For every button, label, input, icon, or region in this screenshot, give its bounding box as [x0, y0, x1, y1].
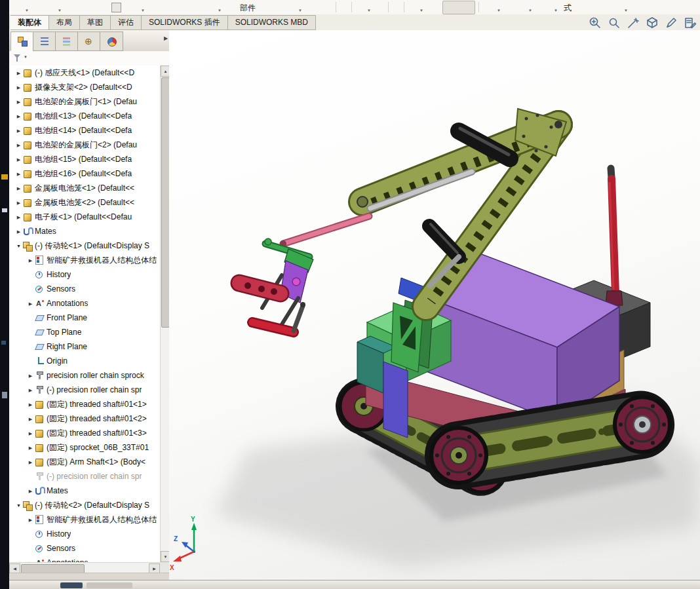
tree-item[interactable]: 电池组<16> (Default<<Defa [9, 166, 160, 181]
tree-item[interactable]: Sensors [9, 541, 160, 556]
commandmanager-tab[interactable]: 评估 [111, 15, 142, 30]
expander-icon[interactable] [26, 426, 35, 440]
expander-icon[interactable] [14, 498, 23, 512]
expander-icon[interactable] [26, 484, 35, 498]
indigo-front-panel[interactable] [383, 362, 408, 438]
featuremanager-tree-tab[interactable] [10, 31, 34, 51]
magnifier-plus-icon[interactable] [589, 16, 602, 29]
tree-item[interactable]: 电池组<14> (Default<<Defa [9, 123, 160, 138]
expander-icon[interactable] [26, 440, 35, 455]
tree-item[interactable]: (-) 感应天线<1> (Default<<D [9, 66, 160, 80]
expander-icon[interactable] [26, 455, 35, 469]
propertymanager-tab[interactable] [33, 31, 56, 51]
expander-icon[interactable] [14, 123, 23, 138]
dropdown-caret-icon[interactable] [554, 5, 560, 11]
tree-item[interactable]: Top Plane [9, 325, 160, 339]
expander-icon[interactable] [14, 152, 23, 166]
expander-icon[interactable] [26, 383, 35, 397]
tree-item[interactable]: 电池组<13> (Default<<Defa [9, 109, 160, 123]
view-cube-icon[interactable] [646, 16, 659, 29]
tree-item[interactable]: History [9, 267, 160, 282]
dropdown-caret-icon[interactable] [298, 5, 305, 11]
expander-icon[interactable] [14, 210, 23, 224]
tree-item[interactable]: 电池组<15> (Default<<Defa [9, 152, 160, 166]
magnifier-icon[interactable] [608, 16, 621, 29]
dropdown-caret-icon[interactable] [367, 5, 374, 11]
tree-item[interactable]: Origin [9, 354, 160, 368]
expander-icon[interactable] [26, 556, 35, 562]
tree-item[interactable]: 电池架的金属板门<1> (Defau [9, 94, 160, 109]
tree-item[interactable]: (固定) Arm Shaft<1> (Body< [9, 455, 160, 469]
tree-item[interactable]: (-) 传动轮<2> (Default<Display S [9, 498, 160, 512]
expander-icon[interactable] [14, 80, 23, 94]
active-toolbar-button[interactable] [442, 1, 475, 14]
tree-item[interactable]: 电子板<1> (Default<<Defau [9, 210, 160, 224]
3d-model-canvas[interactable]: Y X Z [169, 30, 700, 580]
configurationmanager-tab[interactable] [55, 31, 79, 51]
commandmanager-tab[interactable]: 布局 [49, 15, 80, 30]
expander-icon[interactable] [14, 238, 23, 253]
tree-item[interactable]: Annotations [9, 556, 160, 562]
panel-flyout-arrow-icon[interactable]: ▶ [164, 35, 168, 41]
displaymanager-tab[interactable] [100, 31, 123, 51]
horizontal-scroll-thumb[interactable] [21, 564, 85, 573]
dropdown-caret-icon[interactable] [624, 5, 631, 11]
dropdown-caret-icon[interactable] [58, 5, 64, 11]
tree-item[interactable]: History [9, 527, 160, 541]
tree-item[interactable]: Annotations [9, 296, 160, 311]
graphics-viewport[interactable]: Y X Z [169, 30, 700, 580]
commandmanager-tab[interactable]: 草图 [80, 15, 111, 30]
gripper-assembly[interactable] [239, 238, 313, 332]
tree-item[interactable]: (固定) threaded shaft#01<3> [9, 426, 160, 440]
tree-item[interactable]: 电池架的金属板门<2> (Defau [9, 138, 160, 152]
dropdown-caret-icon[interactable] [141, 5, 147, 11]
toolbar-button-icon[interactable] [111, 3, 121, 12]
tree-item[interactable]: precision roller chain sprock [9, 368, 160, 383]
tree-item[interactable]: Sensors [9, 282, 160, 296]
dropdown-caret-icon[interactable] [25, 5, 31, 11]
commandmanager-tab[interactable]: SOLIDWORKS 插件 [142, 15, 228, 30]
dropdown-caret-icon[interactable] [497, 5, 503, 11]
tree-item[interactable]: (-) 传动轮<1> (Default<Display S [9, 238, 160, 253]
tree-item[interactable]: 智能矿井救援机器人结构总体结 [9, 253, 160, 267]
expander-icon[interactable] [14, 109, 23, 123]
arm-actuator-cylinder[interactable] [429, 226, 459, 257]
tree-item[interactable]: Mates [9, 224, 160, 238]
filter-caret-icon[interactable]: ▼ [24, 55, 28, 59]
tree-item[interactable]: (固定) sprocket_06B_33T#01 [9, 440, 160, 455]
expander-icon[interactable] [26, 512, 35, 527]
tree-item[interactable]: Right Plane [9, 339, 160, 354]
expander-icon[interactable] [14, 195, 23, 210]
red-antenna[interactable] [606, 168, 623, 305]
expander-icon[interactable] [26, 368, 35, 383]
expander-icon[interactable] [26, 397, 35, 411]
dropdown-caret-icon[interactable] [528, 5, 535, 11]
tree-item[interactable]: Front Plane [9, 311, 160, 325]
expander-icon[interactable] [26, 253, 35, 267]
tree-item[interactable]: (-) precision roller chain spr [9, 383, 160, 397]
toolbar-label-component[interactable]: 部件 [240, 3, 256, 14]
expander-icon[interactable] [14, 166, 23, 181]
wand-icon[interactable] [627, 16, 640, 29]
tree-item[interactable]: 金属板电池笼<1> (Default<< [9, 181, 160, 195]
dropdown-caret-icon[interactable] [419, 5, 426, 11]
tree-item[interactable]: (固定) threaded shaft#01<2> [9, 411, 160, 426]
toolbar-label-style[interactable]: 式 [564, 3, 572, 14]
tree-item[interactable]: Mates [9, 484, 160, 498]
commandmanager-tab[interactable]: SOLIDWORKS MBD [228, 15, 316, 30]
expander-icon[interactable] [14, 181, 23, 195]
tree-item[interactable]: 金属板电池笼<2> (Default<< [9, 195, 160, 210]
expander-icon[interactable] [14, 94, 23, 109]
tree-filter[interactable]: ▼ [9, 51, 169, 66]
expander-icon[interactable] [26, 296, 35, 311]
tree-item[interactable]: 智能矿井救援机器人结构总体结 [9, 512, 160, 527]
expander-icon[interactable] [14, 224, 23, 238]
expander-icon[interactable] [26, 411, 35, 426]
tree-horizontal-scrollbar[interactable]: ◀ ▶ [9, 562, 160, 573]
commandmanager-tab[interactable]: 装配体 [10, 15, 49, 30]
tree-item[interactable]: (固定) threaded shaft#01<1> [9, 397, 160, 411]
tree-item[interactable]: 摄像头支架<2> (Default<<D [9, 80, 160, 94]
tree-vertical-scrollbar[interactable]: ▲ ▼ [160, 66, 170, 562]
tree-item[interactable]: (-) precision roller chain spr [9, 469, 160, 484]
expander-icon[interactable] [14, 66, 23, 80]
